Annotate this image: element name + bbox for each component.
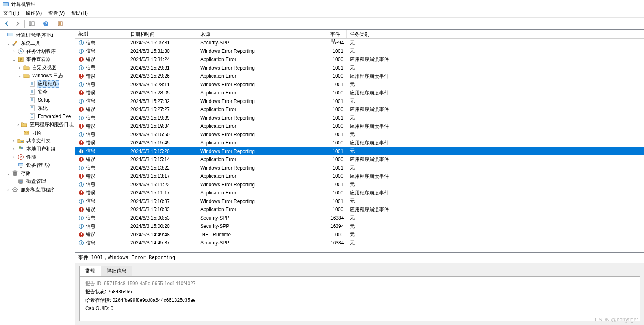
event-row[interactable]: i信息2024/6/3 15:31:30Windows Error Report… (75, 47, 644, 56)
error-icon (78, 190, 84, 196)
event-grid: 级别 日期和时间 来源 事件 ID 任务类别 i信息2024/6/3 16:05… (75, 30, 644, 252)
menu-file[interactable]: 文件(F) (3, 10, 19, 17)
expand-icon[interactable]: › (11, 155, 16, 159)
col-level[interactable]: 级别 (75, 30, 127, 38)
back-button[interactable] (2, 19, 11, 28)
svg-text:i: i (80, 132, 82, 137)
event-row[interactable]: i信息2024/6/3 14:45:37Security-SPP16384无 (75, 239, 644, 247)
tree-node[interactable]: ⌄Windows 日志 (0, 72, 75, 80)
event-row[interactable]: 错误2024/6/3 15:19:34Application Error1000… (75, 122, 644, 131)
col-category[interactable]: 任务类别 (347, 30, 644, 38)
event-row[interactable]: i信息2024/6/3 15:29:31Windows Error Report… (75, 64, 644, 72)
tree-node[interactable]: ⌄事件查看器 (0, 55, 75, 63)
col-source[interactable]: 来源 (197, 30, 327, 38)
tree-label: 应用程序 (37, 80, 59, 88)
event-row[interactable]: i信息2024/6/3 15:10:37Windows Error Report… (75, 197, 644, 206)
event-row[interactable]: 错误2024/6/3 15:29:26Application Error1000… (75, 72, 644, 81)
expand-icon[interactable]: ⌄ (11, 57, 16, 62)
event-row[interactable]: 错误2024/6/3 15:15:45Application Error1000… (75, 139, 644, 147)
event-row[interactable]: i信息2024/6/3 15:15:50Windows Error Report… (75, 131, 644, 139)
svg-rect-1 (3, 3, 8, 6)
tree-node[interactable]: ›共享文件夹 (0, 137, 75, 145)
tree-node[interactable]: ›性能 (0, 153, 75, 161)
tree-node[interactable]: ⌄系统工具 (0, 39, 75, 47)
event-row[interactable]: 错误2024/6/3 15:28:05Application Error1000… (75, 89, 644, 97)
info-icon: i (78, 82, 84, 87)
sched-icon (17, 48, 24, 55)
event-row[interactable]: 错误2024/6/3 15:15:14Application Error1000… (75, 155, 644, 164)
col-datetime[interactable]: 日期和时间 (127, 30, 197, 38)
svg-rect-27 (19, 164, 23, 166)
info-icon: i (78, 132, 84, 137)
svg-rect-11 (9, 37, 11, 37)
datetime-cell: 2024/6/3 15:15:20 (127, 148, 197, 154)
svg-rect-60 (81, 111, 82, 111)
level-text: 信息 (86, 240, 95, 246)
tab-details[interactable]: 详细信息 (101, 266, 132, 276)
event-row[interactable]: i信息2024/6/3 15:00:20Security-SPP16394无 (75, 222, 644, 231)
expand-icon[interactable]: › (11, 147, 16, 151)
nav-tree[interactable]: 计算机管理(本地)⌄系统工具›任务计划程序⌄事件查看器›自定义视图⌄Window… (0, 30, 75, 325)
tab-general[interactable]: 常规 (79, 266, 101, 276)
col-eventid[interactable]: 事件 ID (327, 30, 347, 38)
detail-pane: 事件 1001，Windows Error Reporting 常规 详细信息 … (75, 252, 644, 325)
tree-label: Forwarded Eve (37, 113, 72, 119)
expand-icon[interactable]: › (17, 65, 22, 70)
tree-node[interactable]: 系统 (0, 104, 75, 112)
tree-node[interactable]: ›本地用户和组 (0, 145, 75, 153)
grid-body[interactable]: i信息2024/6/3 16:05:31Security-SPP16394无i信… (75, 39, 644, 247)
svg-rect-48 (81, 77, 82, 78)
event-row[interactable]: i信息2024/6/3 15:11:22Windows Error Report… (75, 181, 644, 189)
tree-node[interactable]: 设备管理器 (0, 161, 75, 169)
level-text: 信息 (86, 198, 95, 205)
help-button[interactable]: ? (41, 19, 50, 28)
expand-icon[interactable]: ⌄ (6, 171, 11, 176)
forward-button[interactable] (13, 19, 22, 28)
tree-node[interactable]: 应用程序 (0, 80, 75, 88)
svg-rect-72 (81, 144, 82, 145)
level-text: 错误 (86, 140, 95, 146)
eventid-cell: 1000 (327, 90, 347, 96)
event-row[interactable]: 错误2024/6/3 15:31:24Application Error1000… (75, 55, 644, 64)
tree-node[interactable]: 订阅 (0, 129, 75, 137)
event-row[interactable]: i信息2024/6/3 15:15:20Windows Error Report… (75, 147, 644, 156)
event-row[interactable]: 错误2024/6/3 15:13:17Application Error1000… (75, 172, 644, 181)
tree-node[interactable]: ›服务和应用程序 (0, 185, 75, 194)
event-row[interactable]: 错误2024/6/3 15:27:27Application Error1000… (75, 105, 644, 114)
event-row[interactable]: i信息2024/6/3 16:05:31Security-SPP16394无 (75, 39, 644, 47)
expand-icon[interactable]: ⌄ (17, 74, 22, 78)
event-row[interactable]: 错误2024/6/3 14:49:48.NET Runtime1000无 (75, 231, 644, 239)
menu-help[interactable]: 帮助(H) (71, 10, 88, 17)
event-row[interactable]: i信息2024/6/3 15:28:11Windows Error Report… (75, 81, 644, 89)
menu-action[interactable]: 操作(A) (26, 10, 42, 17)
tree-node[interactable]: Setup (0, 96, 75, 104)
event-row[interactable]: i信息2024/6/3 15:19:39Windows Error Report… (75, 114, 644, 122)
eventid-cell: 1000 (327, 123, 347, 129)
event-row[interactable]: i信息2024/6/3 15:00:53Security-SPP16384无 (75, 214, 644, 222)
expand-icon[interactable]: › (11, 49, 16, 54)
info-icon: i (78, 165, 84, 171)
tree-node[interactable]: ⌄存储 (0, 169, 75, 177)
tree-node[interactable]: ›任务计划程序 (0, 47, 75, 55)
datetime-cell: 2024/6/3 15:29:26 (127, 73, 197, 79)
show-hide-button[interactable] (27, 19, 36, 28)
event-row[interactable]: 错误2024/6/3 15:10:33Application Error1000… (75, 205, 644, 214)
error-icon (78, 173, 84, 179)
expand-icon[interactable]: › (6, 188, 11, 192)
expand-icon[interactable]: › (11, 139, 16, 143)
tree-node[interactable]: Forwarded Eve (0, 112, 75, 120)
event-row[interactable]: 错误2024/6/3 15:11:17Application Error1000… (75, 189, 644, 197)
tree-node[interactable]: 计算机管理(本地) (0, 31, 75, 39)
expand-icon[interactable]: ⌄ (6, 41, 11, 46)
event-row[interactable]: i信息2024/6/3 15:27:32Windows Error Report… (75, 97, 644, 106)
tree-node[interactable]: ›应用程序和服务日志 (0, 120, 75, 129)
category-cell: 无 (347, 48, 644, 55)
tree-node[interactable]: ›自定义视图 (0, 63, 75, 72)
expand-icon[interactable]: › (17, 122, 20, 127)
tree-node[interactable]: 安全 (0, 88, 75, 96)
toolbar-extra[interactable] (56, 19, 65, 28)
tree-node[interactable]: 磁盘管理 (0, 177, 75, 185)
menu-view[interactable]: 查看(V) (48, 10, 65, 17)
svg-text:i: i (80, 40, 82, 46)
event-row[interactable]: i信息2024/6/3 15:13:22Windows Error Report… (75, 164, 644, 172)
